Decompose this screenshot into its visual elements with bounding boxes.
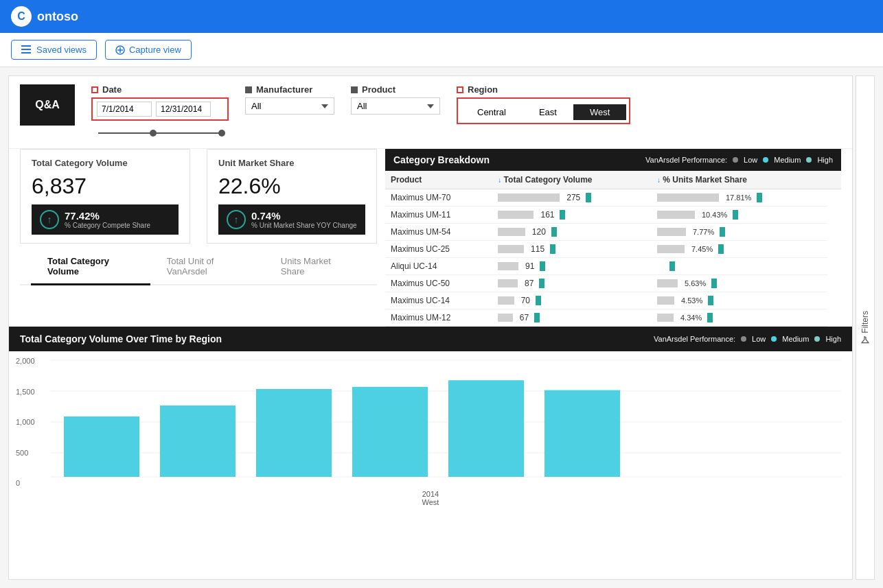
kpi2-sub-text: 0.74% % Unit Market Share YOY Change (251, 210, 357, 229)
col-product: Product (385, 171, 492, 189)
svg-rect-0 (21, 45, 31, 47)
svg-point-8 (150, 130, 157, 137)
row-volume: 120 (492, 224, 652, 241)
table-row: Maximus UM-54 120 7.77% (385, 224, 841, 241)
tab-units-market-share[interactable]: Units Market Share (264, 249, 366, 285)
y-label-500: 500 (16, 449, 35, 457)
row-volume: 115 (492, 241, 652, 258)
qa-box[interactable]: Q&A (20, 84, 75, 126)
slider-track[interactable] (91, 126, 229, 140)
tab-total-category-volume[interactable]: Total Category Volume (31, 249, 150, 285)
region-filter: Region Central East West (457, 84, 630, 124)
col-scroll (827, 171, 841, 189)
kpi2-title: Unit Market Share (218, 158, 365, 168)
date-start-input[interactable] (97, 102, 152, 117)
capture-view-button[interactable]: Capture view (105, 40, 192, 60)
breakdown-title: Category Breakdown (393, 154, 490, 165)
svg-rect-1 (21, 49, 31, 50)
toolbar: Saved views Capture view (0, 33, 883, 67)
legend-medium-dot (763, 157, 768, 163)
chart-title: Total Category Volume Over Time by Regio… (20, 333, 222, 344)
table-row: Maximus UM-11 161 10.43% (385, 207, 841, 224)
table-row: Maximus UM-70 275 17.81% (385, 189, 841, 207)
row-product: Maximus UM-70 (385, 189, 492, 207)
chart-legend-low-dot (741, 336, 746, 342)
kpi1-title: Total Category Volume (32, 158, 179, 168)
kpi-cards-row: Total Category Volume 6,837 ↑ 77.42% % C… (20, 149, 377, 244)
date-slider (91, 126, 229, 140)
row-volume: 67 (492, 309, 652, 327)
row-share (652, 258, 827, 275)
kpi1-sub-label: % Category Compete Share (65, 222, 150, 229)
legend-low-label: Low (744, 156, 757, 164)
bar-label: Oct (384, 480, 395, 480)
date-end-input[interactable] (156, 102, 211, 117)
perf-legend: VanArsdel Performance: Low Medium High (645, 156, 833, 164)
chart-footer-year: 2014 (9, 490, 852, 498)
bar-rect (160, 405, 236, 477)
region-options-wrapper: Central East West (457, 97, 630, 124)
table-row: Maximus UC-25 115 7.45% (385, 241, 841, 258)
legend-high-label: High (817, 156, 833, 164)
y-label-1500: 1,500 (16, 388, 35, 396)
logo-c-letter: C (17, 10, 25, 23)
bar-rect (256, 389, 332, 477)
capture-view-label: Capture view (129, 45, 181, 55)
row-share: 10.43% (652, 207, 827, 224)
bar-label: Nov (479, 480, 493, 480)
filters-sidebar-label: Filters (860, 311, 870, 344)
chart-legend-high-dot (814, 336, 820, 342)
col-share: ↓ % Units Market Share (652, 171, 827, 189)
svg-point-9 (218, 130, 225, 137)
kpi1-sub-text: 77.42% % Category Compete Share (65, 210, 150, 229)
logo: C (11, 6, 32, 27)
filters-sidebar[interactable]: Filters (856, 75, 875, 580)
total-category-volume-card: Total Category Volume 6,837 ↑ 77.42% % C… (20, 149, 190, 244)
filter-icon (861, 336, 869, 344)
bar-label: Jul (97, 480, 106, 480)
table-row: Aliqui UC-14 91 (385, 258, 841, 275)
content-area: Q&A Date (8, 75, 853, 580)
tab-row: Total Category Volume Total Unit of VanA… (20, 249, 377, 285)
tab-total-unit-vanarsdel[interactable]: Total Unit of VanArsdel (150, 249, 264, 285)
y-label-2000: 2,000 (16, 357, 35, 365)
saved-views-button[interactable]: Saved views (11, 40, 97, 60)
row-share: 4.53% (652, 292, 827, 309)
col-volume: ↓ Total Category Volume (492, 171, 652, 189)
kpi1-arrow-icon: ↑ (40, 210, 59, 229)
svg-rect-2 (21, 52, 31, 54)
chart-perf-legend: VanArsdel Performance: Low Medium High (654, 335, 841, 343)
row-product: Maximus UM-54 (385, 224, 492, 241)
table-row: Maximus UM-12 67 4.34% (385, 309, 841, 327)
manufacturer-label: Manufacturer (245, 84, 334, 95)
kpi2-value: 22.6% (218, 174, 365, 199)
row-share: 4.34% (652, 309, 827, 327)
region-label-square (457, 86, 463, 93)
row-product: Maximus UC-50 (385, 275, 492, 292)
qa-label: Q&A (35, 99, 60, 111)
main-content: Q&A Date (0, 67, 883, 588)
product-select[interactable]: All (351, 97, 440, 115)
chart-header: Total Category Volume Over Time by Regio… (9, 327, 852, 351)
breakdown-section: Category Breakdown VanArsdel Performance… (385, 149, 841, 327)
kpi1-pct: 77.42% (65, 210, 150, 222)
list-icon (21, 45, 32, 55)
bar-label: Sep (287, 480, 301, 480)
row-product: Aliqui UC-14 (385, 258, 492, 275)
y-label-1000: 1,000 (16, 418, 35, 426)
region-central[interactable]: Central (461, 104, 523, 120)
date-label-square (91, 86, 98, 93)
chart-section: Total Category Volume Over Time by Regio… (9, 327, 852, 509)
table-row: Maximus UC-50 87 5.63% (385, 275, 841, 292)
legend-low-dot (733, 157, 738, 163)
row-volume: 161 (492, 207, 652, 224)
region-east[interactable]: East (523, 104, 573, 120)
middle-content: Total Category Volume 6,837 ↑ 77.42% % C… (9, 149, 852, 327)
row-product: Maximus UC-14 (385, 292, 492, 309)
bar-rect (544, 390, 620, 477)
manufacturer-select[interactable]: All (245, 97, 334, 115)
chart-footer: 2014 West (9, 489, 852, 509)
legend-medium-label: Medium (774, 156, 801, 164)
region-west[interactable]: West (573, 104, 626, 120)
product-label-square (351, 86, 358, 93)
